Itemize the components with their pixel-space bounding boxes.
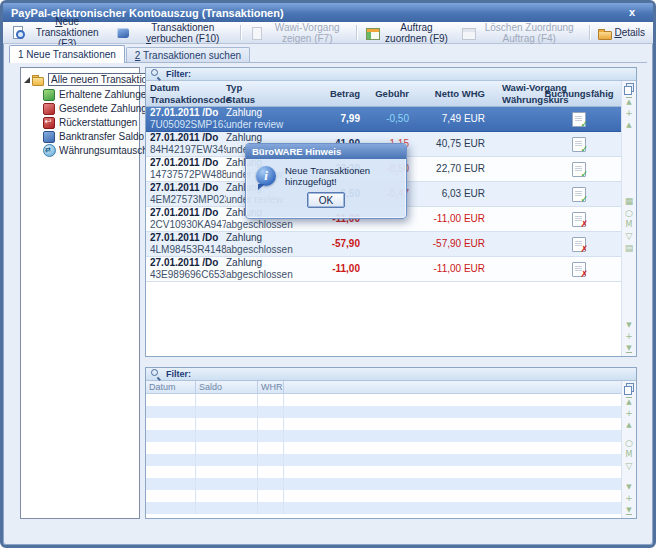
transaction-type: Zahlung xyxy=(226,232,306,244)
transaction-net: 22,70 EUR xyxy=(436,163,485,175)
wawi-cell xyxy=(487,157,547,181)
hinweis-dialog: BüroWARE Hinweis Neue Transaktionen hinz… xyxy=(245,143,407,219)
scroll-top-icon[interactable] xyxy=(626,397,631,406)
add-icon[interactable] xyxy=(625,332,633,341)
transaction-net: -11,00 EUR xyxy=(433,213,485,225)
saldo-filter-bar[interactable]: Filter: xyxy=(146,368,636,381)
transaction-row[interactable]: 27.01.2011 /Do 4LM98453R41486714 Zahlung… xyxy=(146,232,622,257)
toolbar-separator xyxy=(240,25,241,40)
toolbar-button-group: Auftrag zuordnen (F9) xyxy=(360,20,456,46)
toolbar-button-label: Transaktionen verbuchen (F10) xyxy=(133,22,232,44)
toolbar-separator xyxy=(589,25,590,40)
transaction-status: abgeschlossen xyxy=(226,219,306,231)
search-icon[interactable] xyxy=(625,439,633,448)
tab[interactable]: 2 Transaktionen suchen xyxy=(126,47,250,62)
close-button[interactable]: x xyxy=(629,7,635,18)
toolbar-button-group: Wawi-Vorgang zeigen (F7) xyxy=(244,20,360,46)
tree-item[interactable]: Banktransfer Saldo xyxy=(21,129,139,143)
columns-icon[interactable] xyxy=(625,197,634,206)
search-icon xyxy=(151,369,161,379)
refund-icon xyxy=(43,116,55,128)
toolbar-button-label: Details xyxy=(614,27,645,38)
mark-icon[interactable] xyxy=(626,451,633,459)
toolbar-button[interactable]: Details xyxy=(592,24,650,42)
transaction-code: 84H42197EW349273P xyxy=(150,144,226,156)
column-header[interactable]: Wawi-Vorgang Währungskurs xyxy=(487,81,547,106)
transaction-row[interactable]: 27.01.2011 /Do 7U05092SMP163920N Zahlung… xyxy=(146,107,622,132)
transaction-code: 4LM98453R41486714 xyxy=(150,244,226,256)
column-header-whr[interactable]: WHR xyxy=(258,381,284,393)
transaction-type: Zahlung xyxy=(226,107,306,119)
column-header[interactable]: Buchungsfähig xyxy=(547,81,611,106)
down-icon[interactable] xyxy=(626,483,631,491)
transaction-net: 7,49 EUR xyxy=(442,113,485,125)
transaction-date: 27.01.2011 /Do xyxy=(150,207,226,219)
column-header[interactable]: Netto WHG xyxy=(411,81,487,106)
empty-row xyxy=(146,490,622,502)
transaction-date: 27.01.2011 /Do xyxy=(150,232,226,244)
add-icon[interactable] xyxy=(625,109,633,118)
column-header-empty xyxy=(284,381,622,393)
empty-row xyxy=(146,466,622,478)
transaction-net: 6,03 EUR xyxy=(442,188,485,200)
tree-item[interactable]: Erhaltene Zahlungen xyxy=(21,87,139,101)
copy-rows-icon[interactable] xyxy=(625,244,634,253)
column-header[interactable]: Datum Transaktionscode xyxy=(150,81,226,106)
toolbar-button[interactable]: Wawi-Vorgang zeigen (F7) xyxy=(244,20,354,46)
toolbar-button-group: Details xyxy=(592,24,650,42)
copy-icon[interactable] xyxy=(624,83,634,94)
column-header[interactable]: Typ Status xyxy=(226,81,306,106)
ok-button[interactable]: OK xyxy=(307,192,345,208)
tree-item-all-transactions[interactable]: Alle neuen Transaktionen xyxy=(21,72,139,87)
toolbar-button[interactable]: Auftrag zuordnen (F9) xyxy=(360,20,456,46)
transaction-code: 7U05092SMP163920N xyxy=(150,119,226,131)
empty-row xyxy=(146,394,622,406)
tree-expander-icon[interactable] xyxy=(24,77,30,83)
empty-row xyxy=(146,442,622,454)
search-icon[interactable] xyxy=(625,209,633,218)
grid-icon xyxy=(365,26,379,40)
add-icon[interactable] xyxy=(625,494,633,503)
scroll-bottom-icon[interactable] xyxy=(626,506,631,515)
add-icon[interactable] xyxy=(625,409,633,418)
funnel-icon[interactable] xyxy=(626,232,633,241)
empty-row xyxy=(146,430,622,442)
down-icon[interactable] xyxy=(626,321,631,329)
received-icon xyxy=(43,88,55,100)
tab[interactable]: 1 Neue Transaktionen xyxy=(9,45,125,63)
funnel-icon[interactable] xyxy=(626,462,633,471)
gridgray-icon xyxy=(461,26,475,40)
wawi-cell xyxy=(487,232,547,256)
scroll-top-icon[interactable] xyxy=(626,97,631,106)
column-header-datum[interactable]: Datum xyxy=(146,381,196,393)
tree-item[interactable]: Währungsumtausch xyxy=(21,143,139,157)
transaction-date: 27.01.2011 /Do xyxy=(150,257,226,269)
toolbar-button-group: Löschen Zuordnung Auftrag (F4) xyxy=(456,20,593,46)
category-tree: Alle neuen Transaktionen Erhaltene Zahlu… xyxy=(20,67,140,519)
empty-row xyxy=(146,406,622,418)
up-icon[interactable] xyxy=(626,121,631,129)
transaction-status: abgeschlossen xyxy=(226,269,306,281)
details-icon xyxy=(597,26,611,40)
filter-bar[interactable]: Filter: xyxy=(146,68,636,81)
transaction-row[interactable]: 27.01.2011 /Do 43E989696C6535442 Zahlung… xyxy=(146,257,622,282)
tree-item[interactable]: Gesendete Zahlungen xyxy=(21,101,139,115)
dialog-titlebar[interactable]: BüroWARE Hinweis xyxy=(246,144,406,159)
tab-bar: 1 Neue Transaktionen 2 Transaktionen suc… xyxy=(9,44,647,63)
tree-item[interactable]: Rückerstattungen xyxy=(21,115,139,129)
column-header[interactable]: Gebühr xyxy=(362,81,411,106)
toolbar-button-label: Auftrag zuordnen (F9) xyxy=(382,22,451,44)
toolbar-button[interactable]: Transaktionen verbuchen (F10) xyxy=(111,20,237,46)
mark-icon[interactable] xyxy=(626,221,633,229)
bank-icon xyxy=(43,130,55,142)
saldo-filter-label: Filter: xyxy=(166,369,191,379)
copy-icon[interactable] xyxy=(624,383,634,394)
scroll-bottom-icon[interactable] xyxy=(626,344,631,353)
toolbar-button[interactable]: Löschen Zuordnung Auftrag (F4) xyxy=(456,20,586,46)
transaction-status: abgeschlossen xyxy=(226,244,306,256)
bookable-status-icon xyxy=(572,187,586,202)
transaction-net: -57,90 EUR xyxy=(433,238,485,250)
up-icon[interactable] xyxy=(626,421,631,429)
column-header-saldo[interactable]: Saldo xyxy=(196,381,258,393)
column-header[interactable]: Betrag xyxy=(306,81,362,106)
